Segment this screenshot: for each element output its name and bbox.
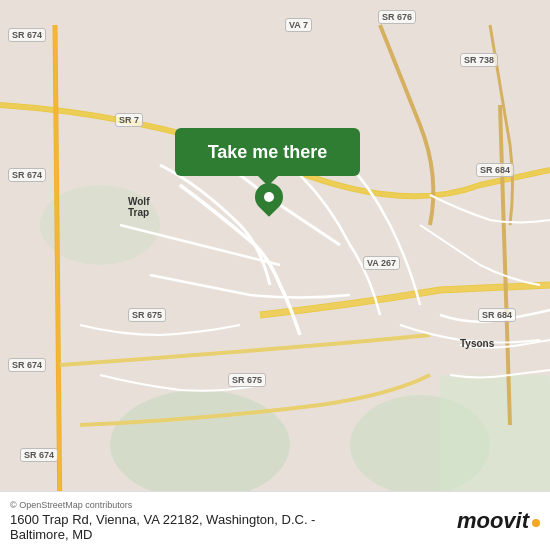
road-label-sr676: SR 676 <box>378 10 416 24</box>
bottom-bar: © OpenStreetMap contributors 1600 Trap R… <box>0 491 550 550</box>
map-container: VA 7 SR 676 SR 674 SR 674 SR 674 SR 674 … <box>0 0 550 550</box>
place-label-wolf-trap: WolfTrap <box>128 196 149 218</box>
moovit-dot <box>532 519 540 527</box>
copyright-text: © OpenStreetMap contributors <box>10 500 132 510</box>
road-label-sr674-bbl: SR 674 <box>20 448 58 462</box>
address-text: 1600 Trap Rd, Vienna, VA 22182, Washingt… <box>10 512 315 542</box>
road-label-sr675-bm: SR 675 <box>228 373 266 387</box>
road-label-va267: VA 267 <box>363 256 400 270</box>
road-label-sr684-br: SR 684 <box>478 308 516 322</box>
road-label-sr674-tl: SR 674 <box>8 28 46 42</box>
bottom-left: © OpenStreetMap contributors 1600 Trap R… <box>10 500 315 542</box>
place-label-tysons: Tysons <box>460 338 494 349</box>
svg-rect-4 <box>440 375 550 495</box>
road-label-sr7-l: SR 7 <box>115 113 143 127</box>
callout-label: Take me there <box>208 142 328 163</box>
road-label-va7: VA 7 <box>285 18 312 32</box>
moovit-logo: moovit <box>457 508 540 534</box>
road-label-sr674-bl: SR 674 <box>8 358 46 372</box>
address-line: 1600 Trap Rd, Vienna, VA 22182, Washingt… <box>10 512 315 542</box>
map-svg <box>0 0 550 550</box>
road-label-sr684-r: SR 684 <box>476 163 514 177</box>
moovit-logo-text: moovit <box>457 508 529 534</box>
copyright-line: © OpenStreetMap contributors <box>10 500 315 510</box>
take-me-there-button[interactable]: Take me there <box>175 128 360 176</box>
svg-point-1 <box>110 390 290 500</box>
road-label-sr738: SR 738 <box>460 53 498 67</box>
map-pin <box>255 183 283 211</box>
road-label-sr675-bl: SR 675 <box>128 308 166 322</box>
road-label-sr674-ml: SR 674 <box>8 168 46 182</box>
